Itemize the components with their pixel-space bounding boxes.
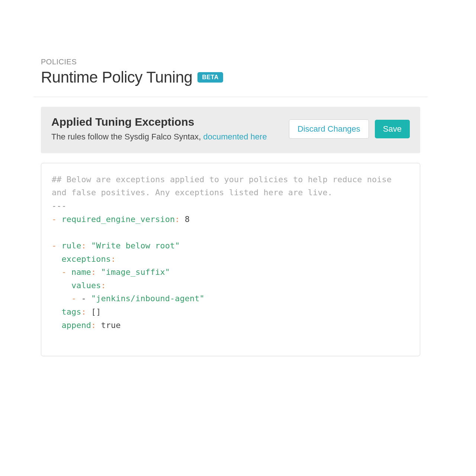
code-token: rule xyxy=(57,241,81,250)
code-token: "image_suffix" xyxy=(96,267,170,277)
code-token xyxy=(52,267,62,277)
code-docsep: --- xyxy=(52,201,67,210)
code-token: - xyxy=(71,294,76,303)
code-token: name xyxy=(67,267,91,277)
code-token: 8 xyxy=(180,215,190,224)
code-token: : xyxy=(175,215,180,224)
code-token: - xyxy=(52,215,57,224)
exceptions-panel: Applied Tuning Exceptions The rules foll… xyxy=(41,107,420,153)
code-token: exceptions xyxy=(62,254,111,264)
falco-syntax-link[interactable]: documented here xyxy=(203,132,267,141)
code-token: - xyxy=(62,267,67,277)
code-token xyxy=(52,254,62,264)
code-token: tags xyxy=(62,307,81,316)
code-token: : xyxy=(111,254,116,264)
page-title: Runtime Policy Tuning xyxy=(41,68,192,86)
divider xyxy=(33,97,428,97)
code-token: required_engine_version xyxy=(57,215,175,224)
code-token: [] xyxy=(86,307,101,316)
yaml-editor[interactable]: ## Below are exceptions applied to your … xyxy=(41,163,420,356)
code-token: values xyxy=(71,281,101,290)
code-token: : xyxy=(91,267,96,277)
code-token xyxy=(52,307,62,316)
code-comment: ## Below are exceptions applied to your … xyxy=(52,175,396,197)
panel-actions: Discard Changes Save xyxy=(289,119,410,139)
save-button[interactable]: Save xyxy=(375,120,410,138)
discard-changes-button[interactable]: Discard Changes xyxy=(289,119,369,139)
code-token: : xyxy=(81,307,86,316)
beta-badge: BETA xyxy=(197,72,223,83)
code-token: : xyxy=(101,281,106,290)
breadcrumb: POLICIES xyxy=(41,58,428,66)
code-token: - xyxy=(52,241,57,250)
code-token xyxy=(52,294,71,303)
code-token: "Write below root" xyxy=(86,241,180,250)
code-token xyxy=(52,321,62,330)
code-token: : xyxy=(81,241,86,250)
title-row: Runtime Policy Tuning BETA xyxy=(41,68,428,86)
code-token: "jenkins/inbound-agent" xyxy=(91,294,205,303)
code-token xyxy=(52,281,71,290)
panel-title: Applied Tuning Exceptions xyxy=(51,116,289,128)
code-token: - xyxy=(76,294,91,303)
panel-subtitle: The rules follow the Sysdig Falco Syntax… xyxy=(51,131,289,143)
code-token: append xyxy=(62,321,91,330)
code-token: true xyxy=(96,321,120,330)
code-token: : xyxy=(91,321,96,330)
panel-info: Applied Tuning Exceptions The rules foll… xyxy=(51,116,289,143)
panel-subtitle-text: The rules follow the Sysdig Falco Syntax… xyxy=(51,132,203,141)
